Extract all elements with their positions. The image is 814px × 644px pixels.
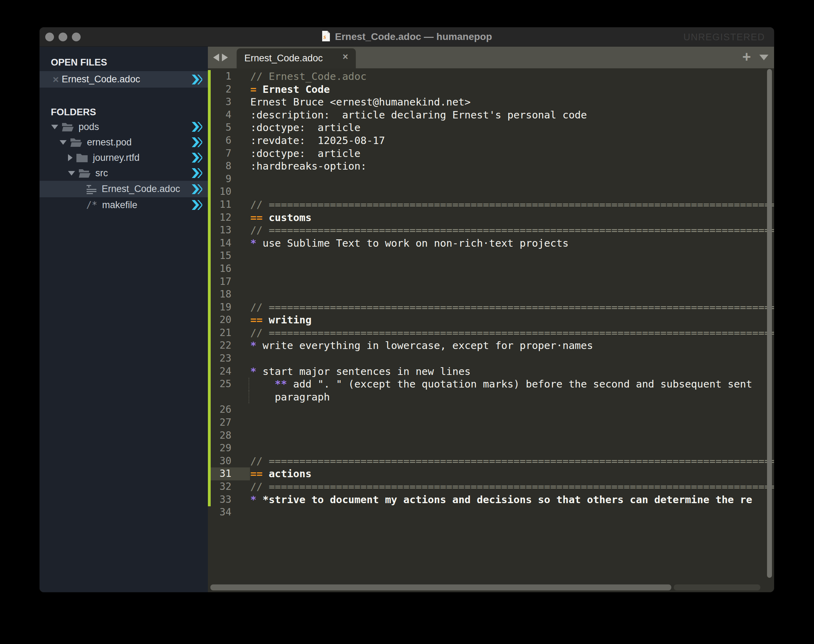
editor-line-16[interactable]: 16	[208, 262, 774, 275]
code-text: // =====================================…	[250, 455, 774, 468]
horizontal-scrollbar-track[interactable]	[674, 584, 760, 590]
editor-line-21[interactable]: 21// ===================================…	[208, 327, 774, 339]
nav-forward-icon[interactable]	[222, 54, 228, 61]
editor-pane: Ernest_Code.adoc × + 1// Ernest_Code.ado…	[208, 47, 774, 592]
editor-line-17[interactable]: 17	[208, 275, 774, 288]
editor-line-5[interactable]: 5:doctype: article	[208, 121, 774, 134]
disclosure-open-icon[interactable]	[68, 171, 75, 176]
file-badge-chevron-icon	[191, 75, 202, 86]
editor-line-1[interactable]: 1// Ernest_Code.adoc	[208, 70, 774, 83]
line-number: 4	[211, 109, 231, 121]
line-number: 9	[211, 173, 231, 186]
editor-line-11[interactable]: 11// ===================================…	[208, 198, 774, 211]
code-text: :description: article declaring Ernest's…	[250, 109, 587, 121]
editor-line-9[interactable]: 9	[208, 173, 774, 186]
open-files-heading: OPEN FILES	[51, 57, 208, 68]
sidebar-item-label: pods	[78, 121, 99, 132]
line-number: 14	[211, 237, 231, 250]
editor-line-31[interactable]: 31== actions	[208, 468, 774, 480]
sidebar-item-journey-rtfd[interactable]: journey.rtfd	[40, 150, 208, 166]
line-number: 26	[211, 403, 231, 416]
editor-body[interactable]: 1// Ernest_Code.adoc2= Ernest Code3Ernes…	[208, 68, 774, 592]
file-badge-chevron-icon	[191, 137, 202, 150]
folder-icon	[76, 153, 88, 163]
editor-line-13[interactable]: 13// ===================================…	[208, 224, 774, 237]
horizontal-scrollbar-thumb[interactable]	[210, 584, 671, 590]
line-number: 13	[211, 224, 231, 237]
sidebar-item-src[interactable]: src	[40, 166, 208, 181]
code-text: // Ernest_Code.adoc	[250, 70, 367, 83]
file-badge-chevron-icon	[191, 168, 202, 181]
disclosure-open-icon[interactable]	[60, 140, 67, 145]
editor-line-26[interactable]: 26	[208, 403, 774, 416]
editor-line-23[interactable]: 23	[208, 352, 774, 365]
editor-line-27[interactable]: 27	[208, 416, 774, 429]
line-number: 18	[211, 288, 231, 301]
sidebar-item-ernest-pod[interactable]: ernest.pod	[40, 135, 208, 150]
close-file-icon[interactable]: ×	[51, 75, 60, 84]
sidebar-item-ernest-code-adoc[interactable]: Ernest_Code.adoc	[40, 181, 208, 197]
editor-line-18[interactable]: 18	[208, 288, 774, 301]
indent-guide	[249, 391, 249, 404]
editor-line-33[interactable]: 33* *strive to document my actions and d…	[208, 493, 774, 506]
line-number: 19	[211, 301, 231, 314]
tab-active[interactable]: Ernest_Code.adoc ×	[237, 48, 356, 68]
editor-line-32[interactable]: 32// ===================================…	[208, 480, 774, 493]
sidebar-item-label: journey.rtfd	[93, 152, 140, 163]
tab-nav-arrows	[213, 47, 228, 68]
disclosure-closed-icon[interactable]	[68, 154, 72, 161]
editor-line-14[interactable]: 14* use Sublime Text to work on non-rich…	[208, 237, 774, 250]
code-text: * write everything in lowercase, except …	[250, 339, 593, 352]
sidebar-item-pods[interactable]: pods	[40, 119, 208, 135]
editor-line-4[interactable]: 4:description: article declaring Ernest'…	[208, 109, 774, 121]
nav-back-icon[interactable]	[213, 54, 219, 61]
editor-line-34[interactable]: 34	[208, 506, 774, 519]
editor-line-10[interactable]: 10	[208, 186, 774, 198]
source-file-icon: /*	[86, 200, 97, 210]
line-number: 31	[211, 468, 231, 480]
close-window-button[interactable]	[45, 32, 54, 41]
folder-tree: pods ernest.pod journey.rtfd src Ernest_…	[40, 119, 208, 213]
folders-heading: FOLDERS	[51, 107, 208, 118]
tab-list-dropdown-icon[interactable]	[759, 55, 768, 60]
new-tab-button[interactable]: +	[742, 49, 751, 64]
editor-line-25[interactable]: 25 ** add ". " (except the quotation mar…	[208, 378, 774, 391]
code-text: :doctype: article	[250, 121, 360, 134]
tab-close-icon[interactable]: ×	[342, 52, 348, 62]
gutter-diff-bar	[208, 70, 211, 506]
editor-line-28[interactable]: 28	[208, 429, 774, 442]
editor-line-6[interactable]: 6:revdate: 12025-08-17	[208, 134, 774, 147]
editor-line-wrap[interactable]: paragraph	[208, 391, 774, 404]
editor-line-20[interactable]: 20== writing	[208, 314, 774, 327]
disclosure-open-icon[interactable]	[51, 125, 58, 129]
minimize-window-button[interactable]	[58, 32, 67, 41]
editor-line-29[interactable]: 29	[208, 442, 774, 455]
editor-line-30[interactable]: 30// ===================================…	[208, 455, 774, 468]
editor-line-2[interactable]: 2= Ernest Code	[208, 83, 774, 96]
sidebar: OPEN FILES × Ernest_Code.adoc FOLDERS po…	[40, 47, 208, 592]
open-file-row[interactable]: × Ernest_Code.adoc	[40, 71, 208, 87]
line-number: 3	[211, 96, 231, 109]
line-number: 23	[211, 352, 231, 365]
license-status-label: UNREGISTERED	[683, 32, 765, 43]
editor-line-7[interactable]: 7:doctype: article	[208, 147, 774, 160]
editor-line-24[interactable]: 24* start major sentences in new lines	[208, 365, 774, 378]
folder-icon	[78, 169, 91, 178]
editor-line-8[interactable]: 8:hardbreaks-option:	[208, 160, 774, 173]
zoom-window-button[interactable]	[72, 32, 81, 41]
code-text: * start major sentences in new lines	[250, 365, 471, 378]
title-bar: s Ernest_Code.adoc — humanepop UNREGISTE…	[40, 27, 774, 47]
folder-icon	[62, 122, 74, 132]
editor-line-3[interactable]: 3Ernest Bruce <ernest@humanekind.net>	[208, 96, 774, 109]
line-number: 30	[211, 455, 231, 468]
editor-line-22[interactable]: 22* write everything in lowercase, excep…	[208, 339, 774, 352]
line-number: 27	[211, 416, 231, 429]
sidebar-item-makefile[interactable]: /*makefile	[40, 197, 208, 213]
editor-line-19[interactable]: 19// ===================================…	[208, 301, 774, 314]
code-text: * *strive to document my actions and dec…	[250, 493, 752, 506]
code-text: :revdate: 12025-08-17	[250, 134, 385, 147]
indent-guide	[249, 378, 249, 391]
editor-line-15[interactable]: 15	[208, 250, 774, 262]
vertical-scrollbar-thumb[interactable]	[767, 69, 772, 578]
editor-line-12[interactable]: 12== customs	[208, 211, 774, 224]
